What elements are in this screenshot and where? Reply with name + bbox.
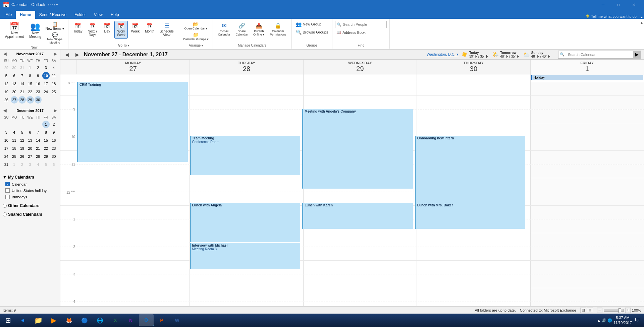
taskbar-explorer[interactable]: 📁 <box>31 314 46 326</box>
cell-fri-9[interactable] <box>531 110 644 123</box>
publish-online-button[interactable]: 📤 PublishOnline ▾ <box>251 21 267 38</box>
cell-mon-1230[interactable] <box>76 206 190 219</box>
calendar-item-calendar[interactable]: ✓ Calendar <box>3 181 57 187</box>
cell-thu-8[interactable] <box>417 82 530 95</box>
cell-fri-830[interactable] <box>531 96 644 109</box>
email-calendar-button[interactable]: ✉ E-mailCalendar <box>216 21 233 38</box>
new-appointment-button[interactable]: 📅 NewAppointment <box>3 21 26 40</box>
cell-wed-230[interactable] <box>304 261 417 274</box>
new-group-button[interactable]: 👥 New Group <box>294 21 330 27</box>
cell-wed-10[interactable] <box>304 137 417 150</box>
cell-wed-2[interactable] <box>304 247 417 260</box>
taskbar-excel[interactable]: X <box>108 314 123 326</box>
cell-fri-4[interactable] <box>531 302 644 306</box>
cell-wed-1230[interactable] <box>304 206 417 219</box>
taskbar-onenote[interactable]: N <box>123 314 138 326</box>
cell-thu-2[interactable] <box>417 247 530 260</box>
cell-thu-830[interactable] <box>417 96 530 109</box>
tab-view[interactable]: View <box>90 11 107 19</box>
cell-tue-8[interactable] <box>190 82 303 95</box>
month-button[interactable]: 📅 Month <box>143 21 157 35</box>
cell-tue-230[interactable] <box>190 261 303 274</box>
zoom-slider[interactable] <box>604 309 624 312</box>
cell-wed-830[interactable] <box>304 96 417 109</box>
cell-wed-1130[interactable] <box>304 178 417 192</box>
cell-tue-830[interactable] <box>190 96 303 109</box>
zoom-out-button[interactable]: ─ <box>597 308 602 313</box>
cell-wed-12[interactable] <box>304 192 417 205</box>
open-calendar-button[interactable]: 📂 Open Calendar ▾ <box>182 21 210 31</box>
cell-tue-930[interactable] <box>190 123 303 137</box>
cell-fri-2[interactable] <box>531 247 644 260</box>
today-button[interactable]: 📅 Today <box>71 21 85 35</box>
cell-wed-8[interactable] <box>304 82 417 95</box>
cell-mon-130[interactable] <box>76 233 190 247</box>
cell-thu-1030[interactable] <box>417 151 530 164</box>
shared-cal-checkbox[interactable] <box>3 212 7 216</box>
address-book-button[interactable]: 📖 Address Book <box>335 29 367 35</box>
cell-thu-12[interactable] <box>417 192 530 205</box>
taskbar-firefox[interactable]: 🦊 <box>62 314 76 326</box>
cell-fri-1030[interactable] <box>531 151 644 164</box>
cell-tue-10[interactable] <box>190 137 303 150</box>
cell-thu-1130[interactable] <box>417 178 530 192</box>
tab-file[interactable]: File <box>1 11 16 19</box>
search-calendar-button[interactable]: ▶ <box>633 51 641 59</box>
cell-tue-4[interactable] <box>190 302 303 306</box>
taskbar-ppt[interactable]: P <box>154 314 169 326</box>
taskbar-browser2[interactable]: 🌐 <box>93 314 107 326</box>
my-calendars-header[interactable]: ▼ My Calendars <box>3 174 57 181</box>
calendar-checkbox[interactable]: ✓ <box>5 182 10 186</box>
maximize-button[interactable]: □ <box>611 0 626 9</box>
ribbon-collapse-btn[interactable]: ▴ <box>639 15 644 19</box>
cell-wed-4[interactable] <box>304 302 417 306</box>
cell-mon-2[interactable] <box>76 247 190 260</box>
cell-fri-3[interactable] <box>531 274 644 288</box>
browse-groups-button[interactable]: 🔍 Browse Groups <box>294 29 330 36</box>
cell-fri-8[interactable] <box>531 82 644 95</box>
cell-wed-9[interactable] <box>304 110 417 123</box>
other-calendars-header[interactable]: Other Calendars <box>3 202 57 209</box>
calendar-item-holidays[interactable]: United States holidays <box>3 187 57 194</box>
cell-thu-930[interactable] <box>417 123 530 137</box>
tell-me-bar[interactable]: 💡 Tell me what you want to do <box>583 14 639 19</box>
week-button[interactable]: 📅 Week <box>128 21 142 35</box>
day-button[interactable]: 📅 Day <box>100 21 114 35</box>
mini-cal-dec-prev[interactable]: ◀ <box>2 108 8 113</box>
cell-wed-330[interactable] <box>304 288 417 302</box>
mini-cal-dec-next[interactable]: ▶ <box>52 108 58 113</box>
next-week-button[interactable]: ▶ <box>73 51 81 58</box>
cell-mon-3[interactable] <box>76 274 190 288</box>
zoom-in-button[interactable]: + <box>625 308 631 313</box>
start-button[interactable]: ⊞ <box>1 314 15 326</box>
taskbar-word[interactable]: W <box>170 314 184 326</box>
cell-tue-1030[interactable] <box>190 151 303 164</box>
prev-week-button[interactable]: ◀ <box>63 51 71 58</box>
cell-thu-10[interactable] <box>417 137 530 150</box>
cell-fri-11[interactable] <box>531 165 644 178</box>
cell-thu-230[interactable] <box>417 261 530 274</box>
cell-mon-230[interactable] <box>76 261 190 274</box>
cell-mon-4[interactable] <box>76 302 190 306</box>
close-button[interactable]: ✕ <box>627 0 641 9</box>
cell-tue-130[interactable] <box>190 233 303 247</box>
cell-thu-1[interactable] <box>417 219 530 233</box>
notification-button[interactable]: 🗨 <box>635 317 640 323</box>
cell-wed-11[interactable] <box>304 165 417 178</box>
taskbar-chrome[interactable]: 🔵 <box>77 314 92 326</box>
search-calendar-input[interactable] <box>566 51 633 58</box>
ribbon-expand-btn[interactable]: ▲ <box>639 19 644 49</box>
cell-mon-330[interactable] <box>76 288 190 302</box>
work-week-button[interactable]: 📅 WorkWeek <box>114 21 128 39</box>
cell-thu-130[interactable] <box>417 233 530 247</box>
cell-tue-2[interactable] <box>190 247 303 260</box>
normal-view-button[interactable]: ▤ <box>580 308 586 313</box>
cell-wed-1[interactable] <box>304 219 417 233</box>
cell-thu-11[interactable] <box>417 165 530 178</box>
minimize-button[interactable]: ─ <box>596 0 610 9</box>
new-meeting-button[interactable]: 👥 NewMeeting <box>27 21 44 40</box>
shared-calendars-header[interactable]: Shared Calendars <box>3 211 57 218</box>
cell-fri-330[interactable] <box>531 288 644 302</box>
cell-tue-330[interactable] <box>190 288 303 302</box>
cell-wed-130[interactable] <box>304 233 417 247</box>
